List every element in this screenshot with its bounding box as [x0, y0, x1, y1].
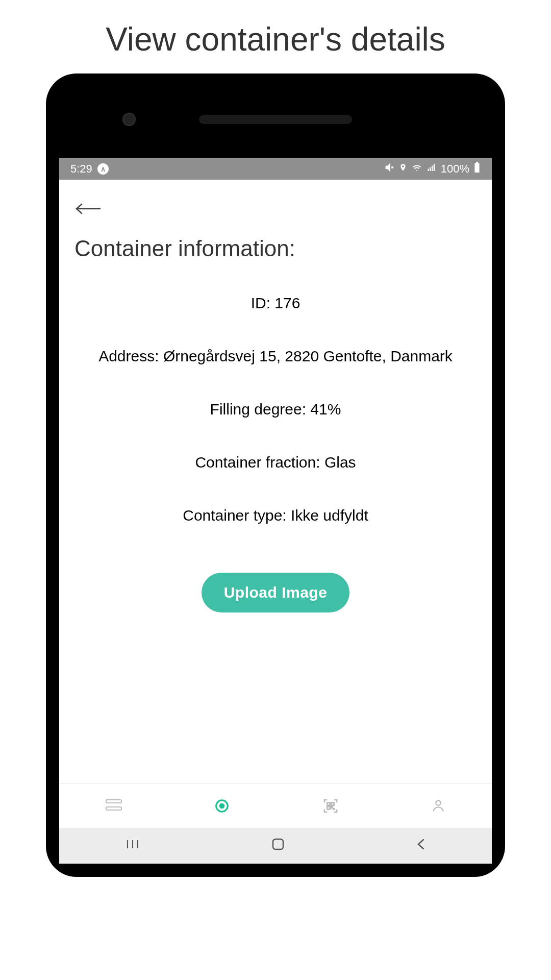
list-icon [106, 799, 122, 813]
svg-rect-1 [476, 162, 478, 163]
filling-label: Filling degree: [210, 401, 306, 418]
qr-icon [322, 798, 339, 814]
type-label: Container type: [183, 507, 286, 524]
nav-profile[interactable] [431, 798, 445, 814]
page-title: View container's details [0, 0, 551, 74]
sys-recents[interactable] [125, 838, 140, 854]
svg-rect-7 [327, 806, 330, 809]
phone-frame: 5:29 ∧ 100% [46, 74, 505, 877]
location-status-icon [399, 162, 407, 176]
svg-rect-14 [273, 839, 283, 849]
nav-location[interactable] [214, 798, 230, 814]
filling-value: 41% [310, 401, 341, 418]
person-icon [431, 798, 445, 814]
status-app-icon: ∧ [97, 163, 109, 175]
svg-rect-6 [331, 802, 334, 805]
svg-point-4 [220, 804, 224, 808]
container-id-row: ID: 176 [59, 277, 492, 330]
type-value: Ikke udfyldt [291, 507, 368, 524]
id-value: 176 [274, 295, 300, 311]
speaker-grille [199, 115, 352, 124]
screen-heading: Container information: [59, 231, 492, 277]
fraction-label: Container fraction: [195, 454, 320, 471]
battery-percent: 100% [441, 162, 469, 176]
id-label: ID: [251, 295, 270, 311]
location-icon [214, 798, 230, 814]
upload-image-button[interactable]: Upload Image [202, 573, 350, 612]
status-time: 5:29 [70, 162, 92, 176]
container-address-row: Address: Ørnegårdsvej 15, 2820 Gentofte,… [59, 330, 492, 383]
container-filling-row: Filling degree: 41% [59, 383, 492, 436]
svg-rect-8 [331, 806, 333, 808]
battery-icon [473, 162, 481, 176]
fraction-value: Glas [324, 454, 356, 471]
svg-rect-5 [327, 802, 330, 805]
sys-back[interactable] [416, 838, 426, 854]
bottom-nav [59, 783, 492, 828]
status-bar: 5:29 ∧ 100% [59, 158, 492, 180]
phone-bezel-top [56, 84, 495, 155]
nav-scan[interactable] [322, 798, 339, 814]
container-fraction-row: Container fraction: Glas [59, 436, 492, 489]
address-value: Ørnegårdsvej 15, 2820 Gentofte, Danmark [163, 348, 453, 364]
nav-list[interactable] [106, 799, 122, 813]
address-label: Address: [98, 348, 159, 364]
svg-rect-0 [474, 163, 479, 173]
sys-home[interactable] [271, 838, 285, 854]
svg-point-10 [436, 800, 441, 805]
signal-icon [427, 162, 437, 176]
front-camera [122, 113, 136, 126]
wifi-icon [411, 162, 422, 176]
container-type-row: Container type: Ikke udfyldt [59, 489, 492, 542]
system-nav [59, 828, 492, 864]
phone-screen: 5:29 ∧ 100% [59, 158, 492, 864]
back-button[interactable] [74, 195, 101, 220]
mute-icon [385, 162, 395, 176]
svg-rect-9 [333, 808, 334, 809]
